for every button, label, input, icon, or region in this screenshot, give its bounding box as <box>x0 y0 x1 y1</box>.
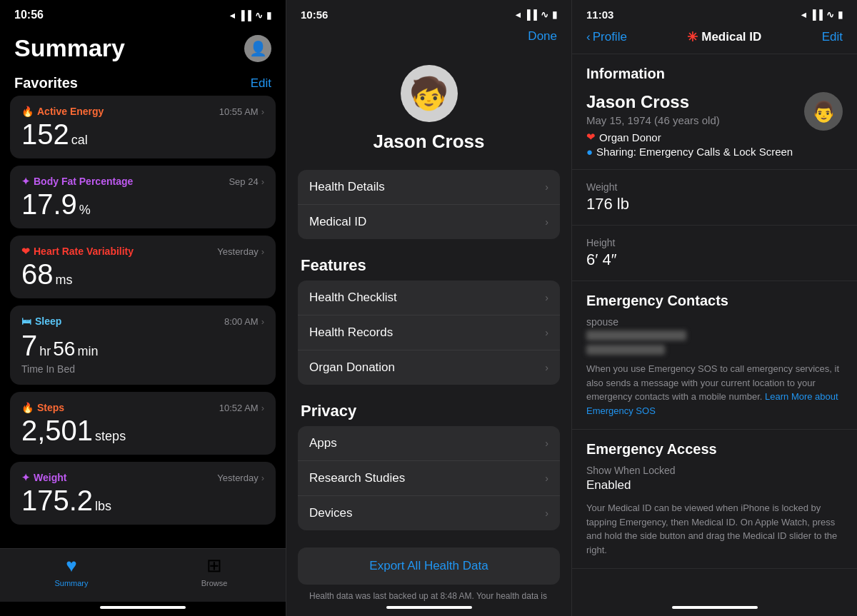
menu-section-features: Health Checklist › Health Records › Orga… <box>298 281 560 385</box>
bottom-nav: ♥ Summary ⊞ Browse <box>0 548 286 602</box>
metric-name-weight: ✦ Weight <box>21 472 66 483</box>
contact-name-blurred <box>586 330 686 340</box>
health-details-label: Health Details <box>309 180 385 194</box>
menu-section-main: Health Details › Medical ID › <box>298 170 560 239</box>
research-studies-label: Research Studies <box>309 471 405 485</box>
chevron-devices: › <box>545 508 548 519</box>
chevron-apps: › <box>545 438 548 449</box>
chevron-organ-donation: › <box>545 362 548 373</box>
status-icons-3: ◂ ▐▐ ∿ ▮ <box>801 9 843 20</box>
export-section: Export All Health Data <box>298 547 560 585</box>
menu-item-health-details[interactable]: Health Details › <box>298 170 560 205</box>
nav-browse[interactable]: ⊞ Browse <box>143 555 286 587</box>
emergency-contacts-section: Emergency Contacts spouse When you use E… <box>572 281 857 430</box>
back-button[interactable]: ‹ Profile <box>586 30 627 44</box>
menu-item-research-studies[interactable]: Research Studies › <box>298 461 560 496</box>
nav-summary[interactable]: ♥ Summary <box>0 555 143 587</box>
location-icon-1: ◂ <box>230 10 235 21</box>
organ-donor-label: Organ Donor <box>599 131 661 143</box>
time-2: 10:56 <box>301 9 328 21</box>
memoji-avatar: 🧒 <box>401 65 458 122</box>
menu-item-health-records[interactable]: Health Records › <box>298 315 560 350</box>
wifi-icon-3: ∿ <box>826 9 834 20</box>
signal-icon-3: ▐▐ <box>810 9 823 20</box>
metric-time-steps: 10:52 AM › <box>219 403 264 413</box>
fire-icon: 🔥 <box>21 106 34 117</box>
export-description: Health data was last backed up at 8:48 A… <box>298 590 560 602</box>
metric-card-active-energy[interactable]: 🔥 Active Energy 10:55 AM › 152 cal <box>10 96 276 158</box>
menu-item-organ-donation[interactable]: Organ Donation › <box>298 350 560 385</box>
signal-icon-2: ▐▐ <box>524 9 537 20</box>
metric-name-sleep: 🛏 Sleep <box>21 315 61 327</box>
menu-group-features: Features Health Checklist › Health Recor… <box>298 256 560 385</box>
health-records-label: Health Records <box>309 325 393 340</box>
metric-top-body-fat: ✦ Body Fat Percentage Sep 24 › <box>21 176 264 187</box>
person-photo: 👨 <box>804 92 843 131</box>
sharing-label: Sharing: Emergency Calls & Lock Screen <box>596 146 793 158</box>
export-button[interactable]: Export All Health Data <box>298 547 560 585</box>
metric-card-steps[interactable]: 🔥 Steps 10:52 AM › 2,501 steps <box>10 392 276 455</box>
chevron-research-studies: › <box>545 473 548 484</box>
sharing-badge: ● Sharing: Emergency Calls & Lock Screen <box>586 146 804 158</box>
location-icon-2: ◂ <box>516 9 521 20</box>
menu-item-devices[interactable]: Devices › <box>298 496 560 530</box>
metric-value-weight: 175.2 lbs <box>21 486 264 515</box>
weight-icon: ✦ <box>21 472 30 483</box>
chevron-right-icon: › <box>261 176 264 187</box>
metric-time-hrv: Yesterday › <box>217 246 264 257</box>
share-badge-icon: ● <box>586 146 593 158</box>
edit-medical-id-button[interactable]: Edit <box>822 30 843 44</box>
height-section: Height 6′ 4″ <box>572 226 857 281</box>
menu-group-privacy: Privacy Apps › Research Studies › Device… <box>298 402 560 530</box>
menu-item-health-checklist[interactable]: Health Checklist › <box>298 281 560 315</box>
nav-summary-label: Summary <box>54 579 88 587</box>
avatar[interactable]: 👤 <box>244 35 271 62</box>
edit-favorites-button[interactable]: Edit <box>251 76 271 91</box>
emergency-contacts-title: Emergency Contacts <box>586 293 843 309</box>
information-title: Information <box>586 66 843 82</box>
chevron-health-records: › <box>545 327 548 338</box>
chevron-right-icon: › <box>261 106 264 117</box>
menu-item-medical-id[interactable]: Medical ID › <box>298 205 560 239</box>
metric-card-body-fat[interactable]: ✦ Body Fat Percentage Sep 24 › 17.9 % <box>10 166 276 228</box>
apps-label: Apps <box>309 436 337 450</box>
done-button[interactable]: Done <box>528 29 557 44</box>
privacy-title: Privacy <box>298 402 560 420</box>
metric-name-hrv: ❤ Heart Rate Variability <box>21 246 134 257</box>
panel3-scroll: Information Jason Cross May 15, 1974 (46… <box>572 54 857 602</box>
metric-time-sleep: 8:00 AM › <box>224 316 264 327</box>
back-chevron-icon: ‹ <box>586 30 591 44</box>
panel2-topbar: Done <box>286 25 571 51</box>
metric-name-active-energy: 🔥 Active Energy <box>21 106 104 117</box>
metrics-list: 🔥 Active Energy 10:55 AM › 152 cal ✦ Bod… <box>0 96 286 548</box>
person-badges: ❤ Organ Donor ● Sharing: Emergency Calls… <box>586 131 804 158</box>
metric-value-sleep: 7 hr 56 min <box>21 330 264 362</box>
metric-card-sleep[interactable]: 🛏 Sleep 8:00 AM › 7 hr 56 min Time In Be… <box>10 306 276 385</box>
metric-value-body-fat: 17.9 % <box>21 190 264 218</box>
menu-section-privacy: Apps › Research Studies › Devices › <box>298 426 560 530</box>
metric-value-steps: 2,501 steps <box>21 416 264 445</box>
person-dob: May 15, 1974 (46 years old) <box>586 114 804 126</box>
panel-medical-id: 11:03 ◂ ▐▐ ∿ ▮ ‹ Profile ✳ Medical ID Ed… <box>571 0 857 616</box>
information-section: Information Jason Cross May 15, 1974 (46… <box>572 54 857 170</box>
menu-item-apps[interactable]: Apps › <box>298 426 560 461</box>
height-label: Height <box>586 237 843 248</box>
metric-card-hrv[interactable]: ❤ Heart Rate Variability Yesterday › 68 … <box>10 236 276 298</box>
signal-icon-1: ▐▐ <box>239 10 251 21</box>
features-title: Features <box>298 256 560 275</box>
chevron-health-details: › <box>545 181 548 193</box>
organ-donation-label: Organ Donation <box>309 360 395 375</box>
sleep-icon: 🛏 <box>21 315 31 327</box>
panel1-header: Summary 👤 <box>0 26 286 68</box>
favorites-label: Favorites <box>14 75 78 91</box>
status-icons-1: ◂ ▐▐ ∿ ▮ <box>230 10 271 21</box>
metric-value-active-energy: 152 cal <box>21 120 264 148</box>
panel2-scroll: Health Details › Medical ID › Features H… <box>286 170 571 602</box>
metric-card-weight[interactable]: ✦ Weight Yesterday › 175.2 lbs <box>10 462 276 525</box>
wifi-icon-1: ∿ <box>255 10 263 21</box>
home-indicator-2 <box>386 606 472 609</box>
chevron-right-icon: › <box>261 403 264 413</box>
status-bar-2: 10:56 ◂ ▐▐ ∿ ▮ <box>286 0 571 25</box>
status-bar-3: 11:03 ◂ ▐▐ ∿ ▮ <box>572 0 857 25</box>
person-row: Jason Cross May 15, 1974 (46 years old) … <box>586 92 843 158</box>
